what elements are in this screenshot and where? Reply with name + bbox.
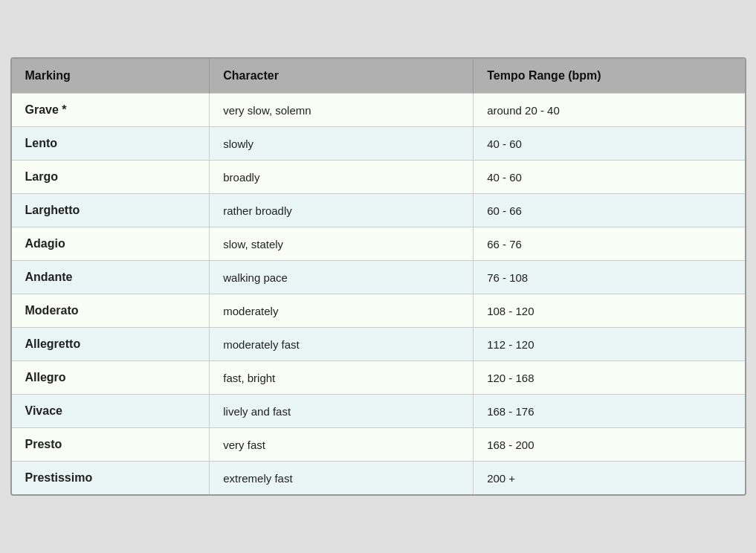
table-row: Allegrofast, bright120 - 168	[12, 361, 745, 395]
cell-tempo: 40 - 60	[474, 161, 745, 194]
cell-character: broadly	[210, 161, 474, 194]
cell-tempo: 168 - 200	[474, 428, 745, 462]
cell-tempo: 108 - 120	[474, 294, 745, 328]
table-row: Lentoslowly40 - 60	[12, 127, 745, 161]
cell-marking: Largo	[12, 161, 210, 194]
cell-marking: Allegro	[12, 361, 210, 395]
cell-tempo: around 20 - 40	[474, 94, 745, 127]
cell-character: extremely fast	[210, 462, 474, 495]
cell-character: fast, bright	[210, 361, 474, 395]
cell-character: slow, stately	[210, 227, 474, 261]
cell-tempo: 168 - 176	[474, 395, 745, 428]
header-character: Character	[210, 59, 474, 94]
cell-marking: Vivace	[12, 395, 210, 428]
cell-character: very slow, solemn	[210, 94, 474, 127]
cell-tempo: 40 - 60	[474, 127, 745, 161]
cell-marking: Andante	[12, 261, 210, 294]
cell-character: moderately	[210, 294, 474, 328]
table-header-row: Marking Character Tempo Range (bpm)	[12, 59, 745, 94]
tempo-table-wrapper: Marking Character Tempo Range (bpm) Grav…	[10, 57, 746, 496]
table-row: Larghettorather broadly60 - 66	[12, 194, 745, 227]
table-row: Andantewalking pace76 - 108	[12, 261, 745, 294]
table-row: Prestissimoextremely fast200 +	[12, 462, 745, 495]
header-tempo: Tempo Range (bpm)	[474, 59, 745, 94]
table-row: Prestovery fast168 - 200	[12, 428, 745, 462]
cell-tempo: 112 - 120	[474, 328, 745, 361]
cell-tempo: 76 - 108	[474, 261, 745, 294]
cell-marking: Presto	[12, 428, 210, 462]
cell-marking: Allegretto	[12, 328, 210, 361]
cell-marking: Prestissimo	[12, 462, 210, 495]
cell-character: slowly	[210, 127, 474, 161]
cell-marking: Moderato	[12, 294, 210, 328]
cell-tempo: 60 - 66	[474, 194, 745, 227]
tempo-table: Marking Character Tempo Range (bpm) Grav…	[12, 59, 745, 494]
cell-character: lively and fast	[210, 395, 474, 428]
cell-tempo: 66 - 76	[474, 227, 745, 261]
table-row: Largobroadly40 - 60	[12, 161, 745, 194]
cell-tempo: 200 +	[474, 462, 745, 495]
cell-character: moderately fast	[210, 328, 474, 361]
cell-tempo: 120 - 168	[474, 361, 745, 395]
cell-character: rather broadly	[210, 194, 474, 227]
cell-character: walking pace	[210, 261, 474, 294]
table-row: Grave *very slow, solemnaround 20 - 40	[12, 94, 745, 127]
cell-marking: Grave *	[12, 94, 210, 127]
table-row: Adagioslow, stately66 - 76	[12, 227, 745, 261]
cell-marking: Lento	[12, 127, 210, 161]
table-row: Vivacelively and fast168 - 176	[12, 395, 745, 428]
cell-marking: Adagio	[12, 227, 210, 261]
table-row: Moderatomoderately108 - 120	[12, 294, 745, 328]
table-row: Allegrettomoderately fast112 - 120	[12, 328, 745, 361]
header-marking: Marking	[12, 59, 210, 94]
cell-marking: Larghetto	[12, 194, 210, 227]
cell-character: very fast	[210, 428, 474, 462]
